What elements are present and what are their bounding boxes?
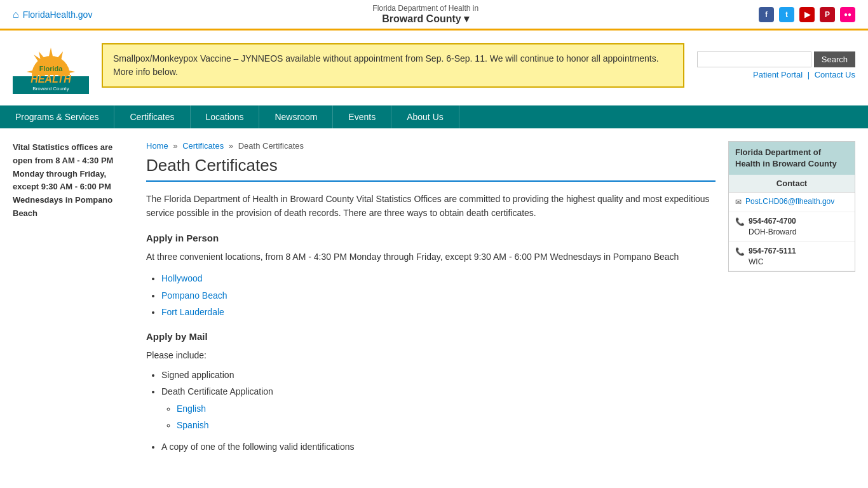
- signed-app-label: Signed application: [161, 370, 234, 380]
- breadcrumb-sep2: »: [229, 141, 233, 151]
- phone2-info: 954-767-5111 WIC: [749, 246, 796, 268]
- right-sidebar: Florida Department of Health in Broward …: [728, 141, 855, 462]
- alert-text: Smallpox/Monkeypox Vaccine – JYNNEOS ava…: [113, 53, 659, 77]
- phone-icon-2: 📞: [735, 247, 745, 257]
- list-item: Death Certificate Application English Sp…: [161, 384, 715, 432]
- list-item: Hollywood: [161, 271, 715, 285]
- patient-portal-link[interactable]: Patient Portal: [753, 70, 803, 79]
- english-link[interactable]: English: [177, 403, 206, 414]
- left-sidebar: Vital Statistics offices are open from 8…: [13, 141, 133, 462]
- location-hollywood[interactable]: Hollywood: [161, 273, 203, 283]
- contact-phone2-row: 📞 954-767-5111 WIC: [729, 242, 855, 272]
- email-link[interactable]: Post.CHD06@flhealth.gov: [745, 196, 834, 207]
- contact-phone1-row: 📞 954-467-4700 DOH-Broward: [729, 212, 855, 242]
- phone1-label: DOH-Broward: [749, 227, 796, 238]
- svg-text:HEALTH: HEALTH: [31, 74, 71, 85]
- main-nav: Programs & Services Certificates Locatio…: [0, 105, 868, 128]
- site-link[interactable]: FloridaHealth.gov: [23, 10, 93, 20]
- phone2-label: WIC: [749, 257, 796, 268]
- nav-events[interactable]: Events: [333, 105, 391, 128]
- apply-person-text: At three convenient locations, from 8 AM…: [146, 250, 715, 264]
- svg-text:Florida: Florida: [39, 65, 64, 72]
- svg-text:Broward County: Broward County: [32, 86, 69, 92]
- breadcrumb-home[interactable]: Home: [146, 141, 168, 151]
- home-icon: ⌂: [13, 9, 19, 20]
- apply-mail-intro: Please include:: [146, 348, 715, 362]
- breadcrumb-current: Death Certificates: [238, 141, 304, 151]
- cert-app-links-list: English Spanish: [177, 402, 715, 433]
- breadcrumb: Home » Certificates » Death Certificates: [146, 141, 715, 151]
- nav-newsroom[interactable]: Newsroom: [259, 105, 333, 128]
- alert-banner: Smallpox/Monkeypox Vaccine – JYNNEOS ava…: [102, 43, 684, 88]
- apply-person-title: Apply in Person: [146, 231, 715, 246]
- logo-area: Florida HEALTH Broward County: [13, 37, 89, 94]
- social-icons: f t ▶ P ●●: [759, 7, 855, 22]
- logo-svg: Florida HEALTH Broward County: [13, 37, 89, 94]
- locations-list: Hollywood Pompano Beach Fort Lauderdale: [161, 271, 715, 319]
- nav-about[interactable]: About Us: [391, 105, 459, 128]
- email-icon: ✉: [735, 197, 742, 208]
- location-pompano[interactable]: Pompano Beach: [161, 290, 227, 301]
- spanish-link[interactable]: Spanish: [177, 420, 209, 430]
- content-body: The Florida Department of Health in Brow…: [146, 192, 715, 454]
- list-item: Spanish: [177, 418, 715, 432]
- header-links: Patient Portal | Contact Us: [753, 70, 855, 79]
- twitter-icon[interactable]: t: [779, 7, 794, 22]
- main-content: Home » Certificates » Death Certificates…: [146, 141, 715, 462]
- phone1-number: 954-467-4700: [749, 216, 796, 227]
- search-button[interactable]: Search: [814, 51, 855, 67]
- mail-items-list: Signed application Death Certificate App…: [161, 368, 715, 454]
- top-bar: ⌂ FloridaHealth.gov Florida Department o…: [0, 0, 868, 30]
- intro-text: The Florida Department of Health in Brow…: [146, 192, 715, 220]
- location-ftlauderdale[interactable]: Fort Lauderdale: [161, 307, 224, 317]
- header: Florida HEALTH Broward County Smallpox/M…: [0, 30, 868, 100]
- nav-locations[interactable]: Locations: [191, 105, 260, 128]
- breadcrumb-certificates[interactable]: Certificates: [182, 141, 224, 151]
- youtube-icon[interactable]: ▶: [799, 7, 815, 22]
- contact-email-row: ✉ Post.CHD06@flhealth.gov: [729, 193, 855, 212]
- main-container: Vital Statistics offices are open from 8…: [0, 128, 868, 475]
- search-box: Search: [697, 51, 855, 67]
- link-separator: |: [808, 70, 810, 79]
- nav-programs[interactable]: Programs & Services: [0, 105, 114, 128]
- list-item: Pompano Beach: [161, 288, 715, 302]
- nav-certificates[interactable]: Certificates: [114, 105, 190, 128]
- logo: Florida HEALTH Broward County: [13, 37, 89, 94]
- contact-box-header: Florida Department of Health in Broward …: [729, 142, 855, 175]
- sidebar-info: Vital Statistics offices are open from 8…: [13, 141, 133, 220]
- phone2-number: 954-767-5111: [749, 246, 796, 257]
- facebook-icon[interactable]: f: [759, 7, 774, 22]
- contact-box: Florida Department of Health in Broward …: [728, 141, 855, 272]
- county-name: Broward County ▾: [372, 13, 478, 25]
- contact-us-link[interactable]: Contact Us: [815, 70, 855, 79]
- search-area: Search Patient Portal | Contact Us: [697, 51, 855, 79]
- apply-mail-title: Apply by Mail: [146, 329, 715, 344]
- county-header: Florida Department of Health in Broward …: [372, 4, 478, 25]
- phone-icon: 📞: [735, 217, 745, 227]
- dept-line1: Florida Department of Health in: [372, 4, 478, 13]
- list-item: English: [177, 402, 715, 416]
- contact-box-title: Contact: [729, 175, 855, 193]
- phone1-info: 954-467-4700 DOH-Broward: [749, 216, 796, 238]
- death-cert-app-label: Death Certificate Application: [161, 386, 273, 396]
- list-item: Signed application: [161, 368, 715, 382]
- valid-id-text: A copy of one of the following valid ide…: [161, 442, 355, 452]
- page-title: Death Certificates: [146, 156, 715, 182]
- list-item: A copy of one of the following valid ide…: [161, 440, 715, 454]
- pinterest-icon[interactable]: P: [820, 7, 835, 22]
- breadcrumb-sep1: »: [173, 141, 177, 151]
- flickr-icon[interactable]: ●●: [840, 7, 855, 22]
- top-bar-left: ⌂ FloridaHealth.gov: [13, 9, 92, 20]
- list-item: Fort Lauderdale: [161, 305, 715, 319]
- search-input[interactable]: [697, 51, 811, 67]
